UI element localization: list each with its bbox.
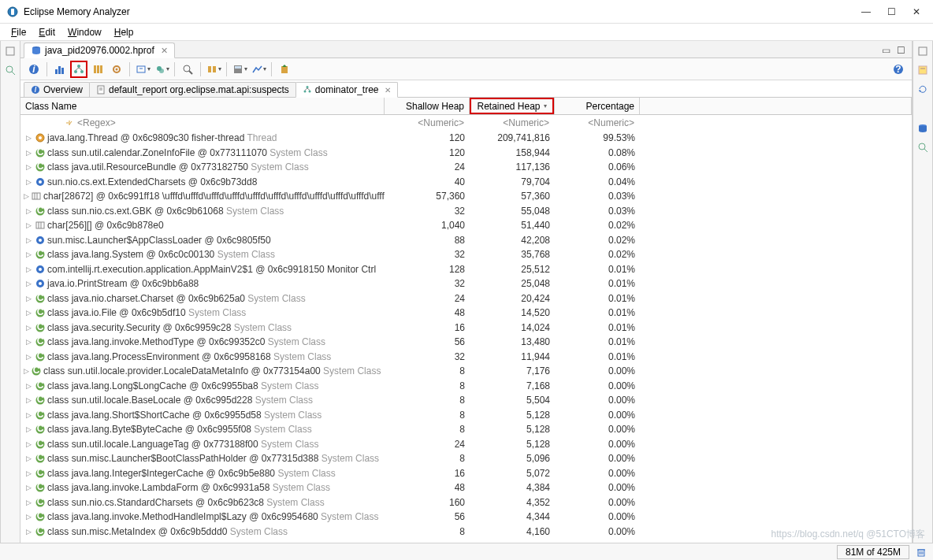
memory-indicator[interactable]: 81M of 425M <box>837 545 909 559</box>
expand-icon[interactable]: ▷ <box>24 440 33 448</box>
group-icon[interactable] <box>205 61 222 78</box>
expand-icon[interactable]: ▷ <box>24 280 33 287</box>
table-row[interactable]: ▷Cclass java.lang.Short$ShortCache @ 0x6… <box>20 408 912 423</box>
menu-window[interactable]: Window <box>63 25 106 39</box>
close-button[interactable]: ✕ <box>911 6 922 17</box>
filter-retained[interactable]: <Numeric> <box>503 117 549 128</box>
menu-help[interactable]: Help <box>110 25 139 39</box>
table-row[interactable]: ▷Cclass java.security.Security @ 0x6c995… <box>20 321 912 336</box>
col-retained-heap[interactable]: Retained Heap▾ <box>470 98 555 114</box>
export-icon[interactable] <box>276 61 293 78</box>
query-icon[interactable] <box>153 61 170 78</box>
dominator-tree-button[interactable] <box>70 61 87 78</box>
table-row[interactable]: ▷Cclass java.nio.charset.Charset @ 0x6c9… <box>20 291 912 306</box>
expand-icon[interactable]: ▷ <box>24 338 33 346</box>
table-row[interactable]: ▷Cclass java.lang.invoke.MethodHandleImp… <box>20 510 912 525</box>
tab-overview[interactable]: i Overview <box>24 82 90 97</box>
table-row[interactable]: ▷Cclass sun.misc.Launcher$BootClassPathH… <box>20 451 912 466</box>
expand-icon[interactable]: ▷ <box>24 367 29 375</box>
expand-icon[interactable]: ▷ <box>24 425 33 433</box>
expand-icon[interactable]: ▷ <box>24 411 33 419</box>
col-shallow-heap[interactable]: Shallow Heap <box>385 98 470 114</box>
expand-icon[interactable]: ▷ <box>24 528 33 536</box>
close-tab-icon[interactable]: ✕ <box>161 46 168 56</box>
expand-icon[interactable]: ▷ <box>24 221 33 229</box>
table-row[interactable]: ▷Cclass sun.util.calendar.ZoneInfoFile @… <box>20 146 912 161</box>
expand-icon[interactable]: ▷ <box>24 454 33 462</box>
expand-icon[interactable]: ▷ <box>24 134 33 142</box>
table-row[interactable]: ▷Cclass java.lang.invoke.LambdaForm @ 0x… <box>20 480 912 495</box>
restore-icon[interactable] <box>3 44 17 58</box>
inspector-icon[interactable] <box>3 63 17 77</box>
expand-icon[interactable]: ▷ <box>24 265 33 273</box>
editor-tab[interactable]: java_pid20976.0002.hprof ✕ <box>24 43 175 58</box>
menu-edit[interactable]: Edit <box>34 25 60 39</box>
expand-icon[interactable]: ▷ <box>24 178 33 186</box>
table-row[interactable]: ▷sun.misc.Launcher$AppClassLoader @ 0x6c… <box>20 233 912 248</box>
table-row[interactable]: ▷Cclass java.lang.Integer$IntegerCache @… <box>20 466 912 481</box>
table-row[interactable]: ▷Cclass java.lang.System @ 0x6c0c00130 S… <box>20 247 912 262</box>
table-row[interactable]: ▷Cclass sun.nio.cs.ext.GBK @ 0x6c9b61068… <box>20 204 912 219</box>
filter-shallow[interactable]: <Numeric> <box>418 117 464 128</box>
minimize-button[interactable]: — <box>861 6 872 17</box>
expand-icon[interactable]: ▷ <box>24 484 33 491</box>
maximize-view-icon[interactable]: ☐ <box>894 43 909 57</box>
menu-file[interactable]: File <box>6 25 31 39</box>
table-row[interactable]: ▷char[28672] @ 0x6c991ff18 \ufffd\ufffd\… <box>20 189 912 204</box>
gc-trash-icon[interactable] <box>916 547 927 558</box>
expand-icon[interactable]: ▷ <box>24 250 33 258</box>
expand-icon[interactable]: ▷ <box>24 309 33 317</box>
filter-regex[interactable]: <Regex> <box>77 117 116 128</box>
table-row[interactable]: ▷Cclass sun.util.locale.BaseLocale @ 0x6… <box>20 393 912 408</box>
expand-icon[interactable]: ▷ <box>24 163 33 171</box>
help-icon[interactable]: ? <box>890 61 907 78</box>
table-row[interactable]: ▷java.io.PrintStream @ 0x6c9bb6a883225,0… <box>20 276 912 291</box>
histogram-icon[interactable] <box>51 61 69 78</box>
table-row[interactable]: ▷sun.nio.cs.ext.ExtendedCharsets @ 0x6c9… <box>20 175 912 190</box>
expand-icon[interactable]: ▷ <box>24 469 33 477</box>
search-icon[interactable] <box>179 61 196 78</box>
db-icon[interactable] <box>916 121 930 135</box>
table-row[interactable]: ▷Cclass java.lang.Byte$ByteCache @ 0x6c9… <box>20 422 912 437</box>
table-row[interactable]: ▷com.intellij.rt.execution.application.A… <box>20 262 912 277</box>
expand-icon[interactable]: ▷ <box>24 295 33 302</box>
table-row[interactable]: ▷Cclass sun.nio.cs.StandardCharsets @ 0x… <box>20 495 912 510</box>
table-row[interactable]: ▷Cclass java.lang.invoke.MethodType @ 0x… <box>20 335 912 350</box>
nav-history-icon[interactable] <box>916 82 930 96</box>
table-row[interactable]: ▷Cclass java.lang.ProcessEnvironment @ 0… <box>20 350 912 365</box>
col-class-name[interactable]: Class Name <box>20 98 385 114</box>
threads-icon[interactable] <box>89 61 106 78</box>
table-row[interactable]: ▷Cclass java.io.File @ 0x6c9b5df10 Syste… <box>20 306 912 321</box>
expand-icon[interactable]: ▷ <box>24 382 33 390</box>
table-row[interactable]: ▷Cclass sun.util.locale.LanguageTag @ 0x… <box>20 437 912 452</box>
expand-icon[interactable]: ▷ <box>24 207 33 215</box>
info-icon[interactable]: i <box>25 61 43 78</box>
inspector-right-icon[interactable] <box>916 140 930 154</box>
notes-icon[interactable] <box>916 63 930 77</box>
tab-default-report[interactable]: default_report org.eclipse.mat.api:suspe… <box>89 82 296 97</box>
expand-icon[interactable]: ▷ <box>24 499 33 506</box>
table-row[interactable]: ▷Cclass sun.util.locale.provider.LocaleD… <box>20 364 912 379</box>
expand-icon[interactable]: ▷ <box>24 149 33 157</box>
filter-pct[interactable]: <Numeric> <box>588 117 634 128</box>
maximize-button[interactable]: ☐ <box>886 6 897 17</box>
expand-icon[interactable]: ▷ <box>24 192 29 200</box>
table-row[interactable]: ▷char[256][] @ 0x6c9b878e01,04051,4400.0… <box>20 218 912 233</box>
expand-icon[interactable]: ▷ <box>24 513 33 521</box>
col-percentage[interactable]: Percentage <box>555 98 640 114</box>
gear-icon[interactable] <box>108 61 125 78</box>
table-row[interactable]: ▷Cclass sun.misc.MetaIndex @ 0x6c9b5ddd0… <box>20 525 912 540</box>
expand-icon[interactable]: ▷ <box>24 236 33 244</box>
table-row[interactable]: ▷Cclass java.util.ResourceBundle @ 0x773… <box>20 160 912 175</box>
compare-icon[interactable] <box>250 61 267 78</box>
restore-right-icon[interactable] <box>916 44 930 58</box>
expand-icon[interactable]: ▷ <box>24 324 33 332</box>
close-inner-tab-icon[interactable]: ✕ <box>385 86 391 95</box>
expand-icon[interactable]: ▷ <box>24 353 33 361</box>
oql-icon[interactable] <box>134 61 151 78</box>
tab-dominator-tree[interactable]: dominator_tree ✕ <box>296 82 398 98</box>
calculator-icon[interactable] <box>231 61 248 78</box>
minimize-view-icon[interactable]: ▭ <box>879 43 894 57</box>
table-row[interactable]: ▷Cclass java.lang.Long$LongCache @ 0x6c9… <box>20 379 912 394</box>
expand-icon[interactable]: ▷ <box>24 396 33 404</box>
